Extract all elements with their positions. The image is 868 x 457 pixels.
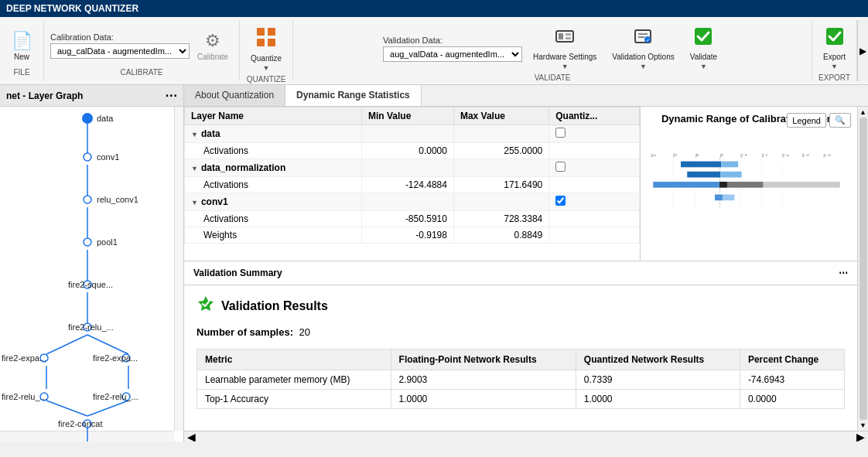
layer-graph-menu[interactable]: ⋯ <box>165 88 177 103</box>
layer-graph-title: net - Layer Graph <box>6 90 83 101</box>
dynamic-range-table: Layer Name Min Value Max Value Quantiz..… <box>184 107 640 244</box>
quantize-button[interactable]: Quantize ▼ <box>246 23 286 75</box>
calibrate-icon: ⚙ <box>205 31 220 51</box>
results-col-metric: Metric <box>197 350 391 370</box>
svg-rect-65 <box>681 162 721 168</box>
svg-marker-75 <box>198 296 214 311</box>
svg-text:data: data <box>97 114 114 123</box>
results-col-fp: Floating-Point Network Results <box>391 350 576 370</box>
conv1-checkbox[interactable] <box>555 196 566 206</box>
hardware-settings-label: Hardware Settings <box>533 53 596 61</box>
col-header-min: Min Value <box>361 107 453 125</box>
svg-rect-0 <box>257 28 265 36</box>
validate-icon <box>693 26 713 51</box>
data-checkbox[interactable] <box>555 128 566 138</box>
svg-line-21 <box>87 335 128 354</box>
bottom-left-btn[interactable]: ◀ <box>187 431 196 442</box>
results-col-pct: Percent Change <box>740 350 844 370</box>
validate-button[interactable]: Validate ▼ <box>685 23 722 73</box>
new-button[interactable]: 📄 New <box>6 28 37 64</box>
svg-point-31 <box>84 196 91 203</box>
chart-zoom-button[interactable]: 🔍 <box>829 113 851 128</box>
table-row: ▼data <box>185 125 640 143</box>
hardware-settings-icon <box>555 26 575 51</box>
chart-controls: Legend 🔍 <box>787 113 851 128</box>
svg-rect-73 <box>715 195 723 201</box>
quantize-icon <box>255 26 277 53</box>
title-bar: DEEP NETWORK QUANTIZER <box>0 0 868 17</box>
results-table: Metric Floating-Point Network Results Qu… <box>196 349 845 409</box>
svg-rect-70 <box>719 182 727 188</box>
tab-about[interactable]: About Quantization <box>184 85 285 106</box>
dr-chart: Dynamic Range of Calibrated Layers Legen… <box>641 107 857 261</box>
tabs: About Quantization Dynamic Range Statist… <box>184 85 868 107</box>
chart-svg-container: 2¹² 2⁸ 2⁴ 2⁰ 2⁻⁴ 2⁻⁸ 2⁻¹² 2⁻¹⁶ 2⁻²⁰ <box>647 128 851 236</box>
svg-text:fire2-concat: fire2-concat <box>58 419 102 428</box>
validation-summary-label: Validation Summary <box>193 268 282 278</box>
table-row: ▼data_normalization <box>185 159 640 177</box>
table-row: Learnable parameter memory (MB) 2.9003 0… <box>197 370 845 390</box>
scroll-up-arrow[interactable]: ▲ <box>859 108 866 116</box>
validation-options-button[interactable]: ✓ Validation Options ▼ <box>607 23 678 73</box>
svg-rect-74 <box>723 195 734 201</box>
data-norm-checkbox[interactable] <box>555 162 566 172</box>
bottom-right-btn[interactable]: ▶ <box>856 431 865 442</box>
calibration-data-dropdown: Calibration Data: aug_calData - augmente… <box>50 32 190 59</box>
validation-options-label: Validation Options <box>612 53 674 61</box>
col-header-layer: Layer Name <box>185 107 362 125</box>
tab-dynamic-range[interactable]: Dynamic Range Statistics <box>285 85 422 106</box>
validation-data-label: Validation Data: <box>383 36 522 45</box>
svg-text:relu_conv1: relu_conv1 <box>97 195 138 204</box>
scroll-down-arrow[interactable]: ▼ <box>859 421 866 429</box>
svg-text:fire2-relu_...: fire2-relu_... <box>68 322 114 332</box>
calibrate-button[interactable]: ⚙ Calibrate <box>193 28 233 64</box>
svg-rect-3 <box>268 39 275 46</box>
bottom-bar: ◀ ▶ <box>184 431 868 442</box>
svg-rect-5 <box>559 33 563 39</box>
main-area: net - Layer Graph ⋯ <box>0 85 868 442</box>
svg-text:fire2-relu_...: fire2-relu_... <box>93 392 138 401</box>
export-button[interactable]: Export ▼ <box>818 23 850 73</box>
dr-table: Layer Name Min Value Max Value Quantiz..… <box>184 107 641 261</box>
svg-rect-7 <box>566 37 571 39</box>
svg-text:conv1: conv1 <box>97 152 119 162</box>
svg-rect-71 <box>727 182 764 188</box>
right-scrollbar[interactable]: ▲ ▼ <box>857 107 868 431</box>
new-icon: 📄 <box>12 31 32 51</box>
svg-rect-68 <box>720 172 742 178</box>
scroll-thumb[interactable] <box>859 118 867 420</box>
svg-rect-72 <box>764 182 840 188</box>
svg-rect-67 <box>687 172 720 178</box>
export-section: Export ▼ EXPORT <box>812 20 857 81</box>
calibrate-label-bottom: CALIBRATE <box>121 68 163 78</box>
calibration-data-select[interactable]: aug_calData - augmentedIm... <box>50 43 190 59</box>
table-row: Weights -0.9198 0.8849 <box>185 227 640 244</box>
svg-point-29 <box>84 153 91 161</box>
svg-text:fire2-relu_...: fire2-relu_... <box>2 392 47 401</box>
layer-graph-svg: data conv1 relu_conv1 pool1 fire2-sque..… <box>0 107 175 442</box>
toolbar-scroll-right[interactable]: ▶ <box>857 20 868 81</box>
validation-data-dropdown: Validation Data: aug_valData - augmented… <box>383 36 522 62</box>
svg-text:2⁻¹²: 2⁻¹² <box>782 154 789 158</box>
calibrate-section: Calibration Data: aug_calData - augmente… <box>44 20 240 81</box>
quantize-label-bottom: QUANTIZE <box>247 75 286 85</box>
validation-results: Validation Results Number of samples: 20… <box>184 285 857 418</box>
new-label: New <box>14 53 29 61</box>
file-section: 📄 New FILE <box>0 20 44 81</box>
col-header-quantize: Quantiz... <box>549 107 640 125</box>
validate-label: Validate <box>690 53 717 61</box>
validation-data-select[interactable]: aug_valData - augmentedIm... <box>383 46 522 62</box>
chart-svg: 2¹² 2⁸ 2⁴ 2⁰ 2⁻⁴ 2⁻⁸ 2⁻¹² 2⁻¹⁶ 2⁻²⁰ <box>647 128 851 236</box>
table-row: Activations -850.5910 728.3384 <box>185 211 640 227</box>
hardware-settings-button[interactable]: Hardware Settings ▼ <box>528 23 601 73</box>
calibrate-label: Calibrate <box>197 53 228 61</box>
svg-text:2⁴: 2⁴ <box>695 154 699 158</box>
svg-text:2⁻⁸: 2⁻⁸ <box>762 154 768 158</box>
col-header-max: Max Value <box>453 107 548 125</box>
legend-button[interactable]: Legend <box>787 113 826 128</box>
graph-scrollbar[interactable] <box>174 107 183 431</box>
left-panel: net - Layer Graph ⋯ <box>0 85 184 442</box>
svg-text:2⁻¹⁶: 2⁻¹⁶ <box>802 154 809 158</box>
validation-summary-menu[interactable]: ⋯ <box>839 268 848 278</box>
svg-line-20 <box>46 335 87 354</box>
